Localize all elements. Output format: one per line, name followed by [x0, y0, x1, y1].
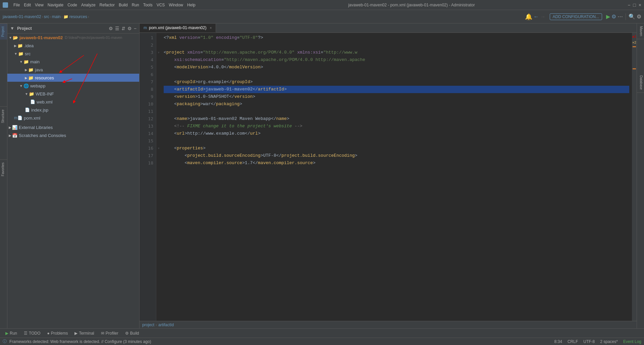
tree-java-label: java	[35, 67, 43, 72]
tree-item-idea[interactable]: ▶ 📁 .idea	[7, 42, 139, 50]
menu-items[interactable]: File Edit View Navigate Code Analyze Ref…	[13, 3, 196, 7]
tree-item-scratches[interactable]: ▶ 📅 Scratches and Consoles	[7, 131, 139, 139]
panel-title: Project	[17, 26, 32, 31]
todo-label: TODO	[29, 331, 40, 336]
maximize-button[interactable]: □	[633, 2, 636, 8]
toolbar-settings[interactable]: ⚙	[637, 13, 641, 20]
sidebar-tab-favorites[interactable]: Favorites	[0, 159, 7, 179]
problems-label: Problems	[51, 331, 68, 336]
tree-item-extlibs[interactable]: ▶ 📊 External Libraries	[7, 123, 139, 131]
editor-tab-pom[interactable]: m pom.xml (javaweb-01-maven02) ×	[140, 24, 216, 32]
toolbar-back[interactable]: ←	[534, 14, 539, 20]
panel-settings-icon[interactable]: ⚙	[109, 26, 113, 31]
menu-navigate[interactable]: Navigate	[48, 3, 63, 7]
toolbar-run-btn[interactable]: ▶	[606, 13, 610, 20]
tree-root-path: D:\IdeaProjects\javaweb-01-maven	[65, 36, 122, 40]
build-icon: ⚙	[125, 331, 129, 336]
code-line-3: <project xmlns="http://maven.apache.org/…	[164, 49, 629, 56]
panel-minimize-icon[interactable]: −	[134, 26, 137, 31]
tree-item-webxml[interactable]: 📄 web.xml	[7, 98, 139, 106]
code-line-11	[164, 108, 629, 115]
terminal-label: Terminal	[79, 331, 94, 336]
close-button[interactable]: ×	[639, 2, 641, 8]
menu-edit[interactable]: Edit	[24, 3, 31, 7]
status-position[interactable]: 8:34	[554, 339, 562, 344]
build-button[interactable]: ⚙ Build	[122, 330, 142, 336]
breadcrumb-main: main	[52, 14, 61, 19]
menu-tools[interactable]: Tools	[143, 3, 153, 7]
tree-webxml-label: web.xml	[37, 99, 53, 105]
toolbar-search[interactable]: 🔍	[629, 13, 635, 20]
main-area: Project Structure Favorites ▼ Project ⚙ …	[0, 23, 644, 328]
error-count: ▲1	[632, 35, 636, 39]
tree-item-src[interactable]: ▼ 📁 src	[7, 50, 139, 58]
panel-layout-icon[interactable]: ☰	[115, 26, 119, 31]
menu-build[interactable]: Build	[119, 3, 128, 7]
breadcrumb-arrow: ›	[88, 14, 89, 19]
tree-item-main[interactable]: ▼ 📁 main	[7, 58, 139, 66]
tree-item-pomxml[interactable]: m📄 pom.xml	[7, 114, 139, 122]
code-line-13: <!-- FIXME change it to the project's we…	[164, 123, 629, 130]
code-line-7: <groupId>org.example</groupId>	[164, 78, 629, 86]
line-numbers: 1 2 3 4 5 6 7 8 9 10 11 12 13 14 15 16 1…	[140, 33, 156, 321]
tree-webinf-label: WEB-INF	[36, 91, 54, 96]
panel-actions[interactable]: ⚙ ☰ ⇵ ⚙ −	[109, 26, 137, 31]
editor-breadcrumb: project › artifactId	[140, 321, 637, 328]
editor-content[interactable]: 1 2 3 4 5 6 7 8 9 10 11 12 13 14 15 16 1…	[140, 33, 637, 321]
tree-scratches-label: Scratches and Consoles	[19, 133, 66, 138]
tree-item-webapp[interactable]: ▼ 🌐 webapp	[7, 82, 139, 90]
sidebar-tab-project[interactable]: Project	[0, 23, 7, 40]
bottom-bar: ▶ Run ☰ TODO ● Problems ▶ Terminal ✉ Pro…	[0, 328, 644, 338]
window-title: javaweb-01-maven02 - pom.xml (javaweb-01…	[196, 3, 628, 7]
menu-window[interactable]: Window	[169, 3, 183, 7]
panel-sort-icon[interactable]: ⇵	[121, 26, 125, 31]
tree-item-root[interactable]: ▼ 📂 javaweb-01-maven02 D:\IdeaProjects\j…	[7, 33, 139, 42]
problems-button[interactable]: ● Problems	[44, 330, 70, 336]
tree-item-resources[interactable]: ▶ 📁 resources	[7, 74, 139, 82]
terminal-button[interactable]: ▶ Terminal	[72, 330, 97, 336]
breadcrumb-artifactid-link[interactable]: artifactId	[158, 323, 174, 327]
menu-file[interactable]: File	[13, 3, 20, 7]
toolbar-forward[interactable]: →	[540, 14, 546, 20]
tree-root-label: javaweb-01-maven02	[19, 35, 63, 40]
sidebar-tab-structure[interactable]: Structure	[0, 107, 7, 126]
minimize-button[interactable]: −	[628, 2, 630, 8]
menu-refactor[interactable]: Refactor	[100, 3, 115, 7]
code-line-10: <packaging>war</packaging>	[164, 100, 629, 108]
menu-code[interactable]: Code	[67, 3, 77, 7]
run-icon: ▶	[5, 331, 8, 336]
event-log-button[interactable]: Event Log	[623, 339, 641, 344]
menu-vcs[interactable]: VCS	[157, 3, 165, 7]
run-button[interactable]: ▶ Run	[3, 330, 20, 336]
menu-help[interactable]: Help	[187, 3, 196, 7]
tab-pom-close[interactable]: ×	[210, 26, 212, 30]
toolbar-more-btn[interactable]: ⋯	[618, 13, 623, 20]
add-configuration-button[interactable]: ADD CONFIGURATION...	[550, 13, 602, 20]
window-controls[interactable]: − □ ×	[628, 2, 641, 8]
tree-item-indexjsp[interactable]: 📄 index.jsp	[7, 106, 139, 114]
todo-button[interactable]: ☰ TODO	[21, 330, 43, 336]
status-line-ending[interactable]: CRLF	[568, 339, 578, 344]
sidebar-tab-maven[interactable]: Maven	[637, 23, 644, 39]
tab-pom-icon: m	[144, 25, 147, 30]
code-line-2	[164, 42, 629, 49]
app-icon	[3, 2, 8, 8]
menu-view[interactable]: View	[35, 3, 44, 7]
toolbar-notifications[interactable]: 🔔	[525, 13, 532, 20]
sidebar-tab-database[interactable]: Database	[637, 73, 644, 93]
profiler-button[interactable]: ✉ Profiler	[98, 330, 121, 336]
status-encoding[interactable]: UTF-8	[583, 339, 595, 344]
menu-run[interactable]: Run	[132, 3, 139, 7]
tree-webapp-label: webapp	[30, 83, 46, 88]
toolbar-debug-btn[interactable]: ⚙	[611, 13, 616, 20]
code-editor[interactable]: <?xml version="1.0" encoding="UTF-8"?> <…	[161, 33, 632, 321]
breadcrumb-src: src	[44, 14, 49, 19]
panel-gear-icon[interactable]: ⚙	[127, 26, 132, 31]
menu-analyze[interactable]: Analyze	[81, 3, 96, 7]
status-indent[interactable]: 2 spaces*	[600, 339, 618, 344]
menu-bar[interactable]: File Edit View Navigate Code Analyze Ref…	[3, 2, 196, 8]
breadcrumb-project-link[interactable]: project	[142, 323, 154, 327]
tree-item-java[interactable]: ▶ 📁 java	[7, 66, 139, 74]
code-line-1: <?xml version="1.0" encoding="UTF-8"?>	[164, 34, 629, 42]
tree-item-webinf[interactable]: ▼ 📁 WEB-INF	[7, 90, 139, 98]
